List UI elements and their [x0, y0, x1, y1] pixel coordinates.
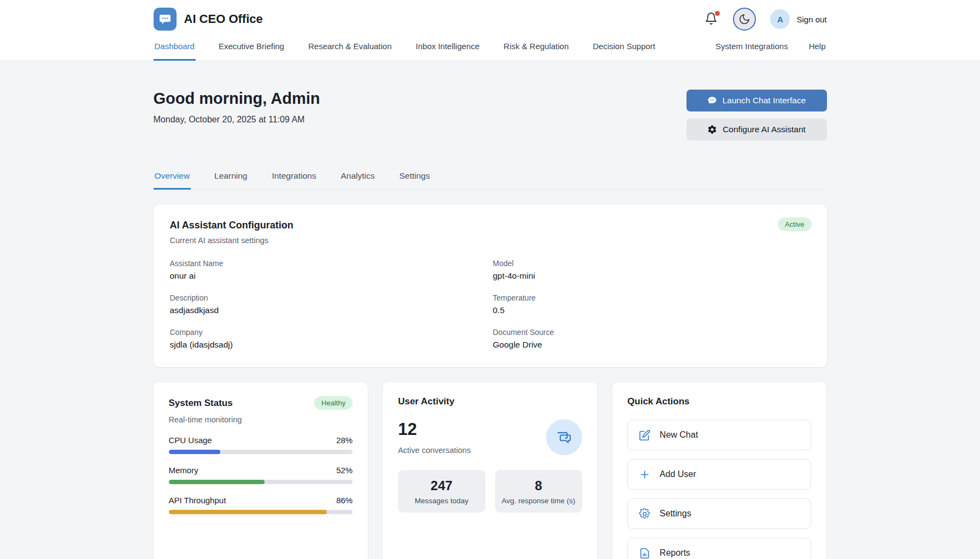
ai-assistant-configuration-card: AI Assistant Configuration Current AI as…: [154, 204, 827, 367]
settings-button[interactable]: Settings: [627, 498, 812, 529]
field-label: Document Source: [493, 328, 811, 337]
progress-track: [169, 510, 353, 514]
app-title: AI CEO Office: [184, 12, 263, 26]
chat-bubble-icon: [159, 13, 172, 26]
dashboard-page: AI CEO Office: [0, 0, 980, 559]
stat-messages-today: 247 Messages today: [398, 470, 485, 513]
dashboard-tabs: Overview Learning Integrations Analytics…: [154, 166, 827, 190]
system-status-subtitle: Real-time monitoring: [169, 415, 353, 424]
tab-learning[interactable]: Learning: [213, 166, 248, 190]
stat-value: 8: [501, 478, 577, 493]
moon-icon: [738, 13, 750, 25]
launch-chat-button[interactable]: Launch Chat Interface: [686, 90, 827, 111]
new-chat-button[interactable]: New Chat: [627, 420, 812, 450]
meter-value: 52%: [336, 466, 353, 475]
field-value: onur ai: [170, 271, 488, 281]
stat-avg-response-time: 8 Avg. response time (s): [495, 470, 582, 513]
nav-item-research-evaluation[interactable]: Research & Evaluation: [307, 36, 393, 61]
active-conversations-label: Active conversations: [398, 446, 471, 455]
page-title: Good morning, Admin: [154, 90, 320, 108]
add-user-icon: [639, 469, 650, 480]
tab-overview[interactable]: Overview: [154, 166, 191, 190]
tab-integrations[interactable]: Integrations: [271, 166, 317, 190]
field-value: 0.5: [493, 305, 811, 315]
meter-label: Memory: [169, 466, 198, 475]
user-activity-card: User Activity 12 Active conversations: [383, 382, 597, 559]
stat-value: 247: [403, 478, 479, 493]
quick-actions-title: Quick Actions: [627, 396, 812, 407]
field-description: Description asdjasdkjasd: [170, 293, 488, 315]
current-date: Monday, October 20, 2025 at 11:09 AM: [154, 115, 320, 125]
quick-actions-card: Quick Actions New Chat: [612, 382, 827, 559]
tab-settings[interactable]: Settings: [398, 166, 431, 190]
field-assistant-name: Assistant Name onur ai: [170, 259, 488, 281]
meter-cpu-usage: CPU Usage 28%: [169, 436, 353, 454]
avatar[interactable]: A: [770, 9, 790, 29]
field-label: Temperature: [493, 293, 811, 302]
dark-mode-toggle[interactable]: [733, 8, 756, 31]
sign-out-link[interactable]: Sign out: [796, 15, 826, 24]
notifications-button[interactable]: [705, 12, 719, 26]
field-model: Model gpt-4o-mini: [493, 259, 811, 281]
progress-track: [169, 450, 353, 454]
active-conversations-count: 12: [398, 420, 471, 439]
nav-item-dashboard[interactable]: Dashboard: [154, 36, 196, 61]
config-card-title: AI Assistant Configuration: [170, 220, 811, 231]
field-value: gpt-4o-mini: [493, 271, 811, 281]
reports-icon: [639, 548, 650, 559]
settings-icon: [639, 508, 650, 520]
field-company: Company sjdla (idasjdsadj): [170, 328, 488, 350]
system-status-card: System Status Healthy Real-time monitori…: [154, 382, 368, 559]
nav-item-system-integrations[interactable]: System Integrations: [714, 36, 789, 61]
configure-assistant-label: Configure AI Assistant: [723, 125, 806, 134]
field-label: Description: [170, 293, 488, 302]
meter-api-throughput: API Throughput 86%: [169, 496, 353, 514]
field-value: sjdla (idasjdsadj): [170, 340, 488, 350]
brand: AI CEO Office: [154, 8, 263, 31]
field-temperature: Temperature 0.5: [493, 293, 811, 315]
progress-fill: [169, 450, 220, 454]
field-label: Company: [170, 328, 488, 337]
field-document-source: Document Source Google Drive: [493, 328, 811, 350]
notification-dot: [715, 11, 720, 16]
quick-action-label: New Chat: [660, 430, 698, 440]
conversations-bubble: [546, 419, 582, 455]
nav-item-help[interactable]: Help: [808, 36, 827, 61]
meter-value: 86%: [336, 496, 353, 505]
meter-label: CPU Usage: [169, 436, 212, 445]
main-nav: Dashboard Executive Briefing Research & …: [154, 36, 827, 61]
config-card-subtitle: Current AI assistant settings: [170, 236, 811, 245]
status-badge-active: Active: [778, 217, 811, 231]
field-value: Google Drive: [493, 340, 811, 350]
quick-action-label: Settings: [660, 509, 691, 519]
chat-bubble-icon: [707, 96, 717, 105]
add-user-button[interactable]: Add User: [627, 459, 812, 490]
tab-analytics[interactable]: Analytics: [339, 166, 375, 190]
quick-action-label: Reports: [660, 548, 690, 558]
progress-fill: [169, 480, 265, 484]
gear-icon: [707, 125, 717, 134]
progress-track: [169, 480, 353, 484]
field-value: asdjasdkjasd: [170, 305, 488, 315]
nav-item-risk-regulation[interactable]: Risk & Regulation: [502, 36, 570, 61]
meter-label: API Throughput: [169, 496, 226, 505]
launch-chat-label: Launch Chat Interface: [723, 96, 806, 105]
reports-button[interactable]: Reports: [627, 538, 812, 559]
nav-item-executive-briefing[interactable]: Executive Briefing: [218, 36, 285, 61]
system-status-title: System Status: [169, 398, 233, 409]
quick-action-label: Add User: [660, 469, 696, 479]
app-header: AI CEO Office: [0, 0, 980, 61]
progress-fill: [169, 510, 327, 514]
nav-item-decision-support[interactable]: Decision Support: [592, 36, 656, 61]
meter-memory: Memory 52%: [169, 466, 353, 484]
status-badge-healthy: Healthy: [314, 396, 353, 410]
double-chat-icon: [556, 429, 572, 445]
field-label: Assistant Name: [170, 259, 488, 268]
stat-label: Avg. response time (s): [501, 497, 577, 505]
app-logo: [154, 8, 177, 31]
configure-assistant-button[interactable]: Configure AI Assistant: [686, 119, 827, 140]
user-activity-title: User Activity: [398, 396, 582, 407]
stat-label: Messages today: [403, 497, 479, 505]
nav-item-inbox-intelligence[interactable]: Inbox Intelligence: [415, 36, 481, 61]
field-label: Model: [493, 259, 811, 268]
